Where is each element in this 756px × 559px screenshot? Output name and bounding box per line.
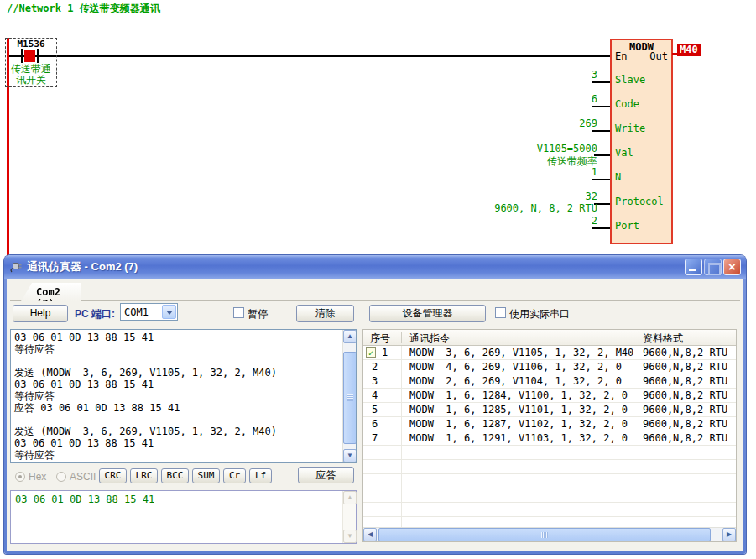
out-operand-badge[interactable]: M40 <box>677 44 701 56</box>
cr-button[interactable]: Cr <box>223 468 246 483</box>
com-port-select[interactable]: COM1 <box>120 303 178 321</box>
row-cmd: MODW 1, 6, 1284, V1100, 1, 32, 2, 0 <box>409 389 628 401</box>
minimize-button[interactable] <box>685 259 702 275</box>
table-row[interactable]: 6 MODW 1, 6, 1287, V1102, 1, 32, 2, 0 96… <box>363 417 736 431</box>
row-cmd: MODW 1, 6, 1285, V1101, 1, 32, 2, 0 <box>409 404 628 415</box>
row-cmd: MODW 2, 6, 269, V1104, 1, 32, 2, 0 <box>409 375 622 387</box>
pause-checkbox[interactable] <box>233 307 244 318</box>
contact-name: M1536 <box>5 39 57 50</box>
titlebar[interactable]: 通讯仿真器 - Com2 (7) × <box>4 255 746 279</box>
command-table: 序号 通讯指令 资料格式 ✓ 1 MODW 3, 6, 269, V1105, … <box>362 329 737 542</box>
table-row[interactable]: 2 MODW 4, 6, 269, V1106, 1, 32, 2, 0 960… <box>363 360 736 374</box>
answer-button[interactable]: 应答 <box>298 467 354 483</box>
header-fmt: 资料格式 <box>643 332 683 346</box>
table-empty-row <box>363 446 736 460</box>
row-num: 4 <box>372 389 378 401</box>
table-empty-row <box>363 474 736 488</box>
scroll-up-icon[interactable]: ▲ <box>343 330 357 343</box>
close-button[interactable]: × <box>723 259 741 275</box>
row-cmd: MODW 1, 6, 1291, V1103, 1, 32, 2, 0 <box>409 432 628 444</box>
window-title: 通讯仿真器 - Com2 (7) <box>27 259 683 274</box>
row-num: 3 <box>372 375 378 387</box>
modw-function-block[interactable]: MODW En Out Slave Code Write Val N Proto… <box>610 39 673 244</box>
lrc-button[interactable]: LRC <box>130 468 158 483</box>
sum-button[interactable]: SUM <box>192 468 220 483</box>
tab-com2[interactable]: Com2 (7) <box>21 283 81 301</box>
table-rows: ✓ 1 MODW 3, 6, 269, V1105, 1, 32, 2, M40… <box>363 346 736 529</box>
table-empty-row <box>363 503 736 517</box>
header-separator <box>401 332 402 343</box>
contact-bar-right <box>37 49 39 63</box>
pin-value-port[interactable]: 2 <box>592 215 597 227</box>
table-hscrollbar[interactable]: ◀ ▶ <box>363 527 736 541</box>
wire <box>592 106 610 107</box>
comm-log-text: 03 06 01 0D 13 88 15 41 等待应答 发送 (MODW 3,… <box>14 332 277 461</box>
scroll-left-icon[interactable]: ◀ <box>363 528 377 541</box>
contact-bar-left <box>21 49 23 63</box>
lf-button[interactable]: Lf <box>249 468 272 483</box>
table-row[interactable]: ✓ 1 MODW 3, 6, 269, V1105, 1, 32, 2, M40… <box>363 346 736 360</box>
scroll-down-icon: ▼ <box>343 530 357 543</box>
wire <box>592 179 610 180</box>
scroll-down-icon[interactable]: ▼ <box>343 449 357 462</box>
window-body: Com2 (7) Help PC 端口: COM1 暂停 清除 设备管理器 使用… <box>7 279 743 551</box>
row-num: 5 <box>372 404 378 415</box>
help-button[interactable]: Help <box>13 305 68 322</box>
screen: //Network 1 传送带变频器通讯 M1536 传送带通 讯开关 3 6 … <box>0 0 756 559</box>
table-row[interactable]: 5 MODW 1, 6, 1285, V1101, 1, 32, 2, 0 96… <box>363 403 736 417</box>
scroll-right-icon[interactable]: ▶ <box>722 528 736 541</box>
table-row[interactable]: 7 MODW 1, 6, 1291, V1103, 1, 32, 2, 0 96… <box>363 431 736 446</box>
pin-value-slave[interactable]: 3 <box>592 69 597 81</box>
row-num: 1 <box>382 347 388 358</box>
table-empty-row <box>363 488 736 503</box>
use-real-port-label[interactable]: 使用实际串口 <box>509 307 570 321</box>
contact-active-indicator <box>24 50 35 62</box>
log-scrollbar-thumb[interactable] <box>343 352 357 444</box>
crc-button[interactable]: CRC <box>99 468 127 483</box>
ascii-radio <box>56 472 66 482</box>
bcc-button[interactable]: BCC <box>161 468 189 483</box>
pin-value-n[interactable]: 1 <box>592 166 597 178</box>
row-cmd: MODW 1, 6, 1287, V1102, 1, 32, 2, 0 <box>409 418 628 430</box>
ascii-label: ASCII <box>70 471 96 483</box>
block-en-pin: En <box>615 50 627 62</box>
row-checkbox-checked[interactable]: ✓ <box>366 347 376 358</box>
hex-label: Hex <box>29 471 46 483</box>
pin-value-protocol[interactable]: 32 <box>586 191 597 202</box>
clear-button[interactable]: 清除 <box>296 305 354 322</box>
row-num: 7 <box>372 432 378 444</box>
pin-label-port: Port <box>615 220 639 232</box>
pin-label-write: Write <box>615 123 645 134</box>
pin-label-code: Code <box>615 98 639 110</box>
pin-label-val: Val <box>615 147 633 159</box>
pin-label-slave: Slave <box>615 74 645 86</box>
pin-value-write[interactable]: 269 <box>579 118 597 129</box>
network-title: //Network 1 传送带变频器通讯 <box>7 2 160 16</box>
table-hscrollbar-thumb[interactable] <box>378 528 711 541</box>
pin-label-n: N <box>615 171 621 183</box>
row-fmt: 9600,N,8,2 RTU <box>643 404 727 415</box>
pin-value-code[interactable]: 6 <box>592 93 597 105</box>
response-textarea[interactable]: 03 06 01 0D 13 88 15 41 ▲ ▼ <box>10 490 357 544</box>
pause-label[interactable]: 暂停 <box>248 307 268 321</box>
log-scrollbar[interactable]: ▲ ▼ <box>342 330 356 462</box>
table-row[interactable]: 3 MODW 2, 6, 269, V1104, 1, 32, 2, 0 960… <box>363 374 736 389</box>
scroll-up-icon: ▲ <box>343 491 357 504</box>
row-fmt: 9600,N,8,2 RTU <box>643 347 727 358</box>
response-text: 03 06 01 0D 13 88 15 41 <box>15 494 154 505</box>
chevron-down-icon[interactable] <box>162 305 176 319</box>
comm-log-textarea[interactable]: 03 06 01 0D 13 88 15 41 等待应答 发送 (MODW 3,… <box>10 329 357 463</box>
use-real-port-checkbox[interactable] <box>495 307 506 318</box>
table-row[interactable]: 4 MODW 1, 6, 1284, V1100, 1, 32, 2, 0 96… <box>363 389 736 403</box>
maximize-button <box>704 259 722 275</box>
simulator-window: 通讯仿真器 - Com2 (7) × Com2 (7) Help PC 端口: … <box>4 255 746 554</box>
pin-value-protocol-note: 9600, N, 8, 2 RTU <box>494 202 597 214</box>
port-label: PC 端口: <box>75 307 115 321</box>
pin-value-val[interactable]: V1105=5000 <box>537 143 597 154</box>
tab-strip-line <box>10 300 740 301</box>
device-manager-button[interactable]: 设备管理器 <box>369 305 486 322</box>
row-fmt: 9600,N,8,2 RTU <box>643 389 727 401</box>
wire <box>592 227 610 229</box>
row-num: 6 <box>372 418 378 430</box>
pin-value-val-note: 传送带频率 <box>547 154 597 169</box>
